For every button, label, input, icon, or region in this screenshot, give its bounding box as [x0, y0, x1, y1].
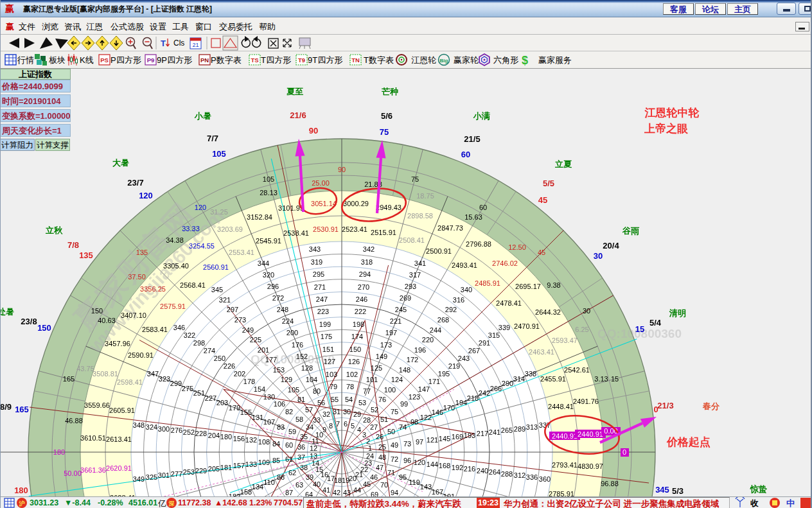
svg-text:60: 60 [461, 150, 470, 159]
svg-text:103: 103 [326, 371, 337, 378]
svg-text:219: 219 [448, 362, 460, 370]
svg-text:270: 270 [358, 283, 369, 291]
svg-text:149: 149 [376, 353, 387, 360]
svg-text:7/8: 7/8 [67, 240, 79, 250]
svg-text:171: 171 [428, 378, 440, 385]
svg-text:225: 225 [250, 336, 261, 344]
svg-text:45: 45 [363, 480, 371, 488]
svg-text:90: 90 [338, 166, 346, 173]
svg-text:155: 155 [240, 408, 252, 416]
svg-text:248: 248 [277, 306, 288, 313]
svg-text:54: 54 [345, 396, 353, 403]
svg-text:76: 76 [378, 396, 386, 403]
svg-text:227: 227 [205, 394, 216, 402]
svg-text:15: 15 [611, 375, 619, 383]
svg-text:268: 268 [437, 316, 449, 324]
svg-text:谷雨: 谷雨 [622, 226, 640, 236]
svg-text:83: 83 [277, 423, 285, 431]
svg-text:124: 124 [391, 376, 403, 383]
svg-text:37.50: 37.50 [128, 273, 146, 281]
svg-text:104: 104 [306, 376, 317, 383]
svg-text:130: 130 [263, 393, 275, 401]
svg-text:春分: 春分 [702, 401, 720, 411]
svg-text:90: 90 [309, 126, 318, 136]
svg-text:74: 74 [399, 423, 407, 431]
svg-text:145: 145 [439, 435, 450, 442]
svg-text:195: 195 [438, 370, 450, 378]
svg-text:272: 272 [272, 294, 284, 302]
svg-text:21/6: 21/6 [290, 110, 306, 120]
svg-text:2470.91: 2470.91 [514, 322, 540, 330]
svg-text:78: 78 [346, 383, 354, 390]
svg-text:344: 344 [258, 259, 269, 267]
svg-text:105: 105 [288, 386, 299, 394]
svg-text:95: 95 [399, 473, 407, 481]
svg-text:107: 107 [263, 418, 275, 426]
svg-text:3610.51: 3610.51 [80, 434, 106, 442]
svg-text:295: 295 [313, 270, 324, 278]
svg-text:294: 294 [359, 270, 371, 278]
svg-text:290: 290 [502, 380, 513, 387]
svg-text:269: 269 [400, 294, 411, 302]
svg-text:43.75: 43.75 [76, 365, 94, 372]
svg-text:5/3: 5/3 [672, 486, 684, 496]
svg-text:82: 82 [285, 408, 293, 416]
svg-text:31.25: 31.25 [210, 208, 228, 216]
svg-text:126: 126 [348, 358, 360, 365]
svg-text:立秋: 立秋 [45, 225, 63, 235]
svg-text:12.50: 12.50 [508, 243, 526, 251]
svg-text:5/6: 5/6 [381, 111, 393, 121]
svg-text:180: 180 [53, 448, 65, 456]
svg-text:6: 6 [344, 420, 348, 428]
svg-text:301: 301 [158, 471, 170, 479]
svg-text:7: 7 [336, 420, 340, 428]
svg-text:8/9: 8/9 [0, 402, 12, 412]
svg-text:21: 21 [192, 42, 199, 48]
svg-text:9.38: 9.38 [547, 281, 560, 289]
svg-text:23/8: 23/8 [21, 317, 37, 326]
svg-text:18.75: 18.75 [416, 192, 434, 200]
svg-text:41: 41 [322, 486, 330, 494]
svg-text:2949.43: 2949.43 [376, 204, 402, 211]
svg-text:148: 148 [399, 366, 410, 374]
svg-text:33.33: 33.33 [182, 225, 200, 232]
svg-text:345: 345 [655, 485, 669, 495]
svg-text:86: 86 [277, 473, 285, 481]
svg-text:2493.41: 2493.41 [452, 261, 477, 269]
svg-text:2796.88: 2796.88 [466, 240, 491, 248]
svg-text:319: 319 [311, 258, 322, 266]
svg-text:297: 297 [227, 306, 238, 313]
svg-text:96: 96 [403, 457, 411, 464]
svg-text:小暑: 小暑 [194, 111, 211, 121]
svg-text:106: 106 [274, 400, 285, 408]
svg-text:81: 81 [297, 396, 305, 403]
svg-text:101: 101 [366, 376, 378, 383]
svg-text:18: 18 [334, 477, 342, 484]
svg-text:44: 44 [353, 486, 361, 494]
svg-text:314: 314 [513, 375, 525, 383]
svg-text:20/4: 20/4 [603, 241, 619, 250]
svg-text:5/4: 5/4 [649, 318, 662, 328]
svg-text:291: 291 [479, 339, 490, 347]
svg-text:119: 119 [409, 478, 420, 486]
svg-text:34: 34 [306, 423, 313, 431]
svg-text:60: 60 [285, 441, 293, 449]
svg-text:150: 150 [349, 346, 361, 353]
svg-text:120: 120 [139, 191, 153, 200]
svg-text:40.63: 40.63 [98, 317, 116, 324]
svg-text:2553.41: 2553.41 [229, 249, 254, 256]
svg-text:江恩轮中轮: 江恩轮中轮 [644, 107, 700, 119]
svg-text:197: 197 [385, 329, 397, 337]
svg-text:135: 135 [136, 249, 148, 256]
svg-text:276: 276 [171, 426, 182, 434]
svg-text:26: 26 [376, 433, 384, 441]
svg-text:52: 52 [371, 406, 378, 414]
svg-text:298: 298 [193, 339, 205, 347]
svg-text:85: 85 [272, 457, 280, 464]
svg-text:170: 170 [443, 404, 455, 412]
svg-text:4: 4 [357, 426, 361, 434]
svg-text:3559.66: 3559.66 [84, 401, 110, 409]
svg-text:29: 29 [353, 410, 361, 418]
svg-text:169: 169 [452, 433, 463, 441]
svg-text:317: 317 [409, 271, 421, 279]
